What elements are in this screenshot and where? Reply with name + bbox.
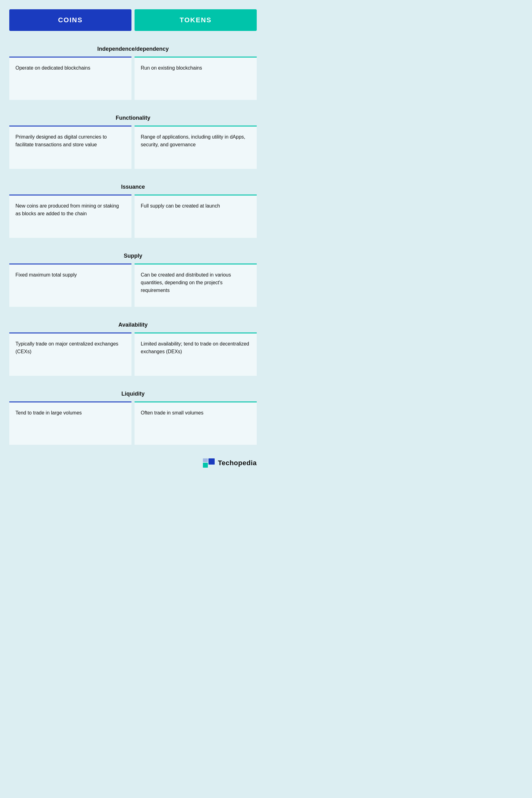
- header-tokens: TOKENS: [135, 9, 257, 31]
- logo-svg: [203, 457, 215, 469]
- section-title-functionality: Functionality: [9, 109, 257, 126]
- comparison-row-liquidity: Tend to trade in large volumes Often tra…: [9, 401, 257, 445]
- logo-text: Techopedia: [218, 459, 257, 467]
- section-title-issuance: Issuance: [9, 178, 257, 194]
- comparison-row-supply: Fixed maximum total supply Can be create…: [9, 264, 257, 307]
- cell-tokens-independence: Run on existing blockchains: [135, 57, 257, 100]
- techopedia-logo-icon: [203, 457, 215, 469]
- svg-rect-0: [203, 463, 208, 468]
- comparison-row-independence: Operate on dedicated blockchains Run on …: [9, 57, 257, 100]
- cell-tokens-issuance: Full supply can be created at launch: [135, 194, 257, 238]
- section-issuance: Issuance New coins are produced from min…: [9, 178, 257, 238]
- section-availability: Availability Typically trade on major ce…: [9, 316, 257, 376]
- svg-rect-2: [203, 458, 208, 462]
- cell-coins-liquidity: Tend to trade in large volumes: [9, 401, 131, 445]
- svg-rect-1: [208, 458, 215, 464]
- header-coins: COINS: [9, 9, 131, 31]
- cell-coins-availability: Typically trade on major centralized exc…: [9, 332, 131, 376]
- cell-tokens-availability: Limited availability; tend to trade on d…: [135, 332, 257, 376]
- logo-row: Techopedia: [9, 457, 257, 469]
- cell-coins-supply: Fixed maximum total supply: [9, 264, 131, 307]
- section-supply: Supply Fixed maximum total supply Can be…: [9, 247, 257, 307]
- section-liquidity: Liquidity Tend to trade in large volumes…: [9, 385, 257, 445]
- comparison-row-availability: Typically trade on major centralized exc…: [9, 332, 257, 376]
- section-title-availability: Availability: [9, 316, 257, 332]
- cell-coins-issuance: New coins are produced from mining or st…: [9, 194, 131, 238]
- section-title-independence: Independence/dependency: [9, 40, 257, 57]
- section-functionality: Functionality Primarily designed as digi…: [9, 109, 257, 169]
- section-independence: Independence/dependency Operate on dedic…: [9, 40, 257, 100]
- cell-tokens-liquidity: Often trade in small volumes: [135, 401, 257, 445]
- comparison-row-issuance: New coins are produced from mining or st…: [9, 194, 257, 238]
- cell-tokens-supply: Can be created and distributed in variou…: [135, 264, 257, 307]
- cell-tokens-functionality: Range of applications, including utility…: [135, 126, 257, 169]
- comparison-row-functionality: Primarily designed as digital currencies…: [9, 126, 257, 169]
- cell-coins-functionality: Primarily designed as digital currencies…: [9, 126, 131, 169]
- header-row: COINS TOKENS: [9, 9, 257, 31]
- cell-coins-independence: Operate on dedicated blockchains: [9, 57, 131, 100]
- section-title-liquidity: Liquidity: [9, 385, 257, 401]
- section-title-supply: Supply: [9, 247, 257, 264]
